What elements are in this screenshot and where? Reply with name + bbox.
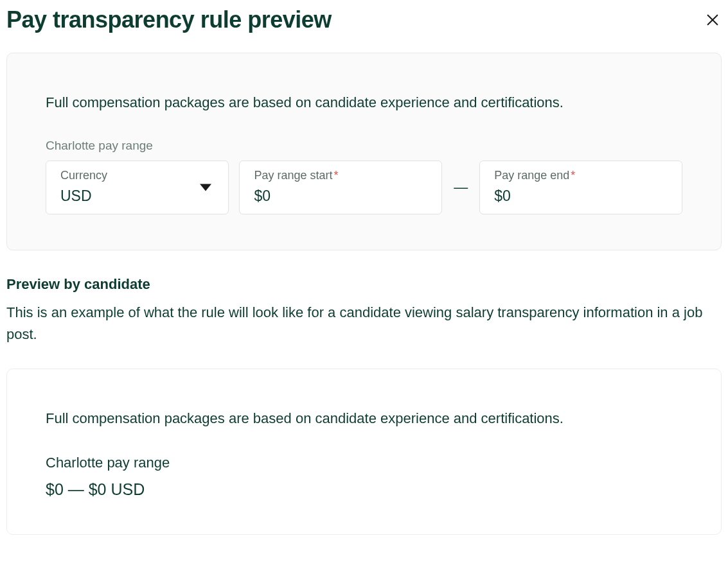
dialog-header: Pay transparency rule preview <box>6 6 722 33</box>
pay-range-start-field[interactable]: Pay range start* <box>239 161 442 214</box>
currency-label: Currency <box>60 169 214 182</box>
preview-range-label: Charlotte pay range <box>46 455 682 471</box>
required-marker: * <box>333 169 338 182</box>
chevron-down-icon <box>200 184 211 191</box>
pay-range-end-label: Pay range end* <box>494 169 668 182</box>
page-title: Pay transparency rule preview <box>6 6 332 33</box>
pay-range-start-label: Pay range start* <box>254 169 427 182</box>
inputs-row: Currency USD Pay range start* — Pay rang… <box>46 161 682 214</box>
close-icon <box>706 13 720 27</box>
form-card: Full compensation packages are based on … <box>6 53 722 250</box>
range-separator: — <box>452 179 469 196</box>
pay-range-end-field[interactable]: Pay range end* <box>479 161 682 214</box>
pay-range-start-input[interactable] <box>254 187 427 205</box>
preview-range-value: $0 — $0 USD <box>46 480 682 499</box>
currency-select[interactable]: Currency USD <box>46 161 229 214</box>
preview-description: This is an example of what the rule will… <box>6 302 722 345</box>
required-marker: * <box>571 169 575 182</box>
pay-range-end-input[interactable] <box>494 187 668 205</box>
pay-range-group-label: Charlotte pay range <box>46 139 682 153</box>
preview-card-text: Full compensation packages are based on … <box>46 409 682 429</box>
form-description: Full compensation packages are based on … <box>46 93 682 113</box>
preview-heading: Preview by candidate <box>6 276 722 293</box>
preview-card: Full compensation packages are based on … <box>6 369 722 535</box>
currency-value: USD <box>60 187 214 205</box>
close-button[interactable] <box>704 11 722 29</box>
